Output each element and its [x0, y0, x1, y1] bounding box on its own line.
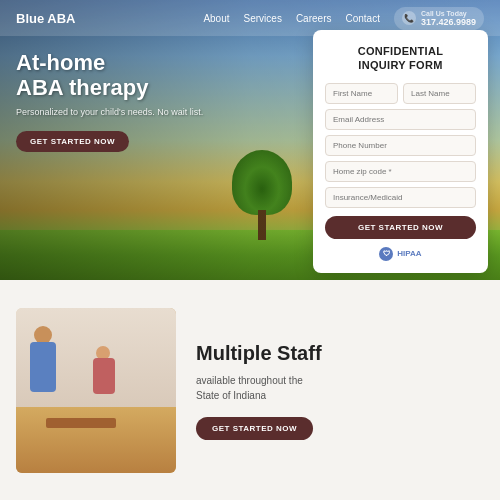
bottom-cta-button[interactable]: GET STARTED NOW	[196, 417, 313, 440]
form-email-row	[325, 109, 476, 130]
insurance-input[interactable]	[325, 187, 476, 208]
nav-link-about[interactable]: About	[203, 13, 229, 24]
form-insurance-row	[325, 187, 476, 208]
hipaa-icon: 🛡	[379, 247, 393, 261]
phone-number: 317.426.9989	[421, 17, 476, 27]
hero-section: At-home ABA therapy Personalized to your…	[0, 0, 500, 280]
phone-input[interactable]	[325, 135, 476, 156]
table-prop	[46, 418, 116, 428]
nav-link-services[interactable]: Services	[244, 13, 282, 24]
nav-logo: Blue ABA	[16, 11, 75, 26]
bottom-title: Multiple Staff	[196, 341, 484, 365]
phone-label: Call Us Today	[421, 10, 476, 17]
therapy-image	[16, 308, 176, 473]
nav-link-careers[interactable]: Careers	[296, 13, 332, 24]
bottom-description: available throughout the State of Indian…	[196, 373, 484, 403]
form-name-row	[325, 83, 476, 104]
nav-links: About Services Careers Contact	[203, 11, 380, 25]
last-name-input[interactable]	[403, 83, 476, 104]
adult-head	[34, 326, 52, 344]
nav-phone: 📞 Call Us Today 317.426.9989	[394, 7, 484, 30]
bottom-content: Multiple Staff available throughout the …	[196, 341, 484, 440]
form-phone-row	[325, 135, 476, 156]
nav-phone-info: Call Us Today 317.426.9989	[421, 10, 476, 27]
phone-icon: 📞	[402, 11, 416, 25]
first-name-input[interactable]	[325, 83, 398, 104]
hero-subtitle: Personalized to your child's needs. No w…	[16, 107, 203, 117]
nav-link-contact[interactable]: Contact	[345, 13, 379, 24]
child-body	[93, 358, 115, 394]
hipaa-label: HIPAA	[397, 249, 421, 258]
bottom-section: Multiple Staff available throughout the …	[0, 280, 500, 500]
email-input[interactable]	[325, 109, 476, 130]
hipaa-badge: 🛡 HIPAA	[325, 247, 476, 261]
hero-title: At-home ABA therapy	[16, 50, 203, 101]
form-zip-row	[325, 161, 476, 182]
inquiry-form-card: CONFIDENTIAL INQUIRY FORM GET STARTED NO…	[313, 30, 488, 273]
room-floor	[16, 407, 176, 473]
hero-content: At-home ABA therapy Personalized to your…	[16, 50, 203, 152]
form-title: CONFIDENTIAL INQUIRY FORM	[325, 44, 476, 73]
zip-input[interactable]	[325, 161, 476, 182]
form-submit-button[interactable]: GET STARTED NOW	[325, 216, 476, 239]
adult-body	[30, 342, 56, 392]
hero-cta-button[interactable]: GET STARTED NOW	[16, 131, 129, 152]
